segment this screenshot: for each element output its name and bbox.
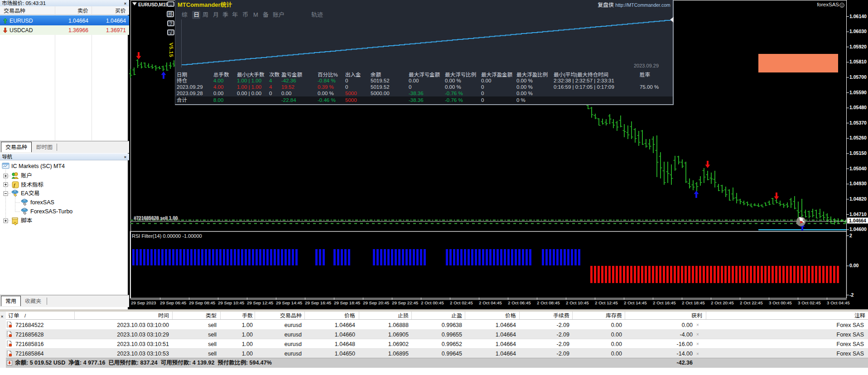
svg-text:1.04710: 1.04710 bbox=[849, 212, 867, 217]
svg-text:29 Sep 2023: 29 Sep 2023 bbox=[131, 300, 156, 305]
svg-text:1.05150: 1.05150 bbox=[849, 150, 867, 156]
svg-text:1.05700: 1.05700 bbox=[849, 74, 867, 80]
svg-text:29 Sep 08:45: 29 Sep 08:45 bbox=[189, 300, 216, 305]
svg-text:1.04600: 1.04600 bbox=[849, 226, 867, 232]
svg-text:1.05590: 1.05590 bbox=[849, 90, 867, 95]
svg-text:2 Oct 20:45: 2 Oct 20:45 bbox=[711, 300, 734, 305]
svg-text:1.06140: 1.06140 bbox=[849, 14, 867, 19]
svg-text:29 Sep 06:45: 29 Sep 06:45 bbox=[160, 300, 187, 305]
svg-text:29 Sep 16:45: 29 Sep 16:45 bbox=[305, 300, 332, 305]
svg-text:2 Oct 14:45: 2 Oct 14:45 bbox=[624, 300, 647, 305]
svg-text:2 Oct 04:45: 2 Oct 04:45 bbox=[479, 300, 502, 305]
svg-text:1.04930: 1.04930 bbox=[849, 181, 867, 186]
svg-text:29 Sep 20:45: 29 Sep 20:45 bbox=[363, 300, 390, 305]
svg-text:2 Oct 00:45: 2 Oct 00:45 bbox=[421, 300, 444, 305]
svg-text:#721685628 sell 1.00: #721685628 sell 1.00 bbox=[134, 216, 178, 221]
svg-text:2 Oct 16:45: 2 Oct 16:45 bbox=[653, 300, 676, 305]
svg-text:1.06030: 1.06030 bbox=[849, 29, 867, 34]
svg-text:2 Oct 18:45: 2 Oct 18:45 bbox=[682, 300, 705, 305]
svg-text:3 Oct 00:45: 3 Oct 00:45 bbox=[769, 300, 792, 305]
svg-text:-2: -2 bbox=[849, 292, 854, 298]
svg-text:1.05810: 1.05810 bbox=[849, 59, 867, 64]
svg-text:1.05260: 1.05260 bbox=[849, 135, 867, 140]
svg-text:2 Oct 08:45: 2 Oct 08:45 bbox=[537, 300, 560, 305]
svg-text:2 Oct 06:45: 2 Oct 06:45 bbox=[508, 300, 531, 305]
svg-text:1.05920: 1.05920 bbox=[849, 44, 867, 49]
svg-text:RSI Filter(14) 0.00000 -1.0000: RSI Filter(14) 0.00000 -1.00000 bbox=[132, 233, 202, 239]
svg-text:2 Oct 10:45: 2 Oct 10:45 bbox=[566, 300, 589, 305]
svg-text:29 Sep 14:45: 29 Sep 14:45 bbox=[276, 300, 303, 305]
svg-text:1.04664: 1.04664 bbox=[849, 218, 866, 223]
svg-text:3 Oct 04:45: 3 Oct 04:45 bbox=[827, 300, 850, 305]
svg-text:1.05480: 1.05480 bbox=[849, 105, 867, 110]
svg-text:29 Sep 10:45: 29 Sep 10:45 bbox=[218, 300, 245, 305]
svg-text:2 Oct 12:45: 2 Oct 12:45 bbox=[595, 300, 618, 305]
svg-text:2: 2 bbox=[849, 233, 852, 238]
svg-text:29 Sep 22:45: 29 Sep 22:45 bbox=[392, 300, 419, 305]
svg-text:29 Sep 12:45: 29 Sep 12:45 bbox=[247, 300, 274, 305]
svg-text:0.00: 0.00 bbox=[849, 263, 859, 268]
svg-text:1.05040: 1.05040 bbox=[849, 166, 867, 171]
svg-text:1.05370: 1.05370 bbox=[849, 120, 867, 125]
svg-text:3 Oct 02:45: 3 Oct 02:45 bbox=[798, 300, 821, 305]
svg-text:2 Oct 02:45: 2 Oct 02:45 bbox=[450, 300, 473, 305]
svg-text:1.04820: 1.04820 bbox=[849, 196, 867, 202]
svg-text:29 Sep 18:45: 29 Sep 18:45 bbox=[334, 300, 361, 305]
svg-text:2 Oct 22:45: 2 Oct 22:45 bbox=[740, 300, 763, 305]
